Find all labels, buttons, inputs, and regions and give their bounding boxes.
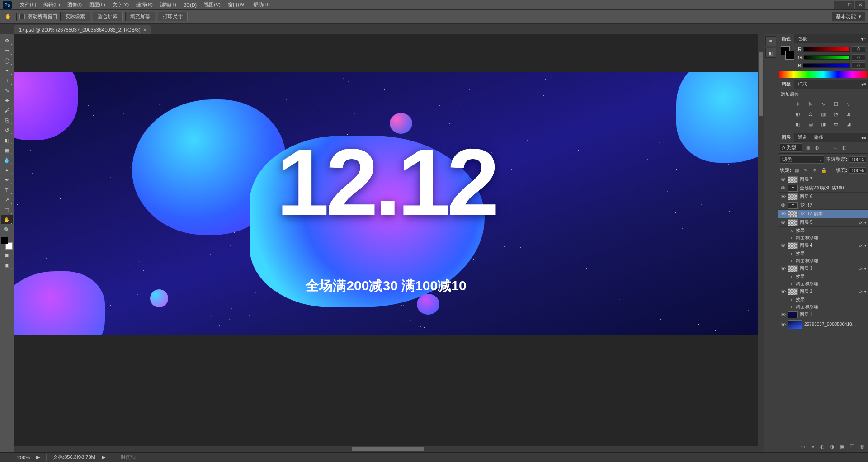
- maximize-button[interactable]: ☐: [844, 1, 854, 9]
- opacity-input[interactable]: 100%: [849, 156, 866, 163]
- actual-pixels-button[interactable]: 实际像素: [60, 12, 90, 21]
- visibility-icon[interactable]: 👁: [780, 185, 786, 191]
- paths-tab[interactable]: 路径: [811, 133, 827, 142]
- menu-view[interactable]: 视图(V): [200, 0, 224, 9]
- canvas-area[interactable]: 12.12 全场满200减30 满100减10: [14, 34, 764, 452]
- lock-pixels-icon[interactable]: ▦: [793, 167, 800, 174]
- vibrance-icon[interactable]: ▽: [844, 100, 853, 108]
- fx-bevel-row[interactable]: ○ 斜面和浮雕: [778, 257, 868, 264]
- adjustment-layer-icon[interactable]: ◑: [828, 443, 836, 450]
- zoom-value[interactable]: 200%: [17, 455, 30, 460]
- foreground-swatch[interactable]: [1, 237, 8, 244]
- eyedropper-tool[interactable]: ✎: [1, 86, 13, 95]
- wand-tool[interactable]: ✦: [1, 66, 13, 75]
- panel-menu-icon[interactable]: ▾≡: [859, 37, 868, 42]
- shape-tool[interactable]: ▢: [1, 205, 13, 214]
- horizontal-scrollbar[interactable]: [14, 446, 764, 452]
- filter-type-icon[interactable]: T: [822, 145, 830, 151]
- pen-tool[interactable]: ✒: [1, 175, 13, 184]
- marquee-tool[interactable]: ▭: [1, 46, 13, 55]
- invert-icon[interactable]: ◧: [794, 120, 802, 127]
- visibility-icon[interactable]: 👁: [780, 312, 786, 317]
- bw-icon[interactable]: ▥: [819, 110, 827, 118]
- fx-bevel-row[interactable]: ○ 斜面和浮雕: [778, 234, 868, 241]
- menu-type[interactable]: 文字(Y): [109, 0, 133, 9]
- poster-icon[interactable]: ▤: [807, 120, 815, 127]
- fx-expand-icon[interactable]: ▾: [864, 290, 866, 294]
- panel-menu-icon[interactable]: ▾≡: [859, 82, 868, 87]
- selective-icon[interactable]: ◪: [844, 120, 853, 127]
- menu-3d[interactable]: 3D(D): [180, 1, 200, 9]
- blur-tool[interactable]: 💧: [1, 156, 13, 165]
- heal-tool[interactable]: ✚: [1, 96, 13, 105]
- color-tab[interactable]: 颜色: [778, 34, 794, 43]
- b-slider[interactable]: [803, 63, 850, 68]
- fx-icon[interactable]: fx: [808, 443, 816, 450]
- fx-bevel-row[interactable]: ○ 斜面和浮雕: [778, 280, 868, 288]
- hue-icon[interactable]: ◐: [794, 110, 802, 118]
- fx-effects-row[interactable]: ○ 效果: [778, 273, 868, 280]
- r-input[interactable]: [852, 46, 865, 52]
- photo-filter-icon[interactable]: ◔: [832, 110, 840, 118]
- doc-arrow-icon[interactable]: ▶: [102, 454, 105, 460]
- r-slider[interactable]: [803, 47, 850, 52]
- type-tool[interactable]: T: [1, 185, 13, 194]
- brush-tool[interactable]: 🖌: [1, 106, 13, 115]
- visibility-icon[interactable]: 👁: [780, 266, 786, 271]
- visibility-icon[interactable]: 👁: [780, 322, 786, 327]
- zoom-tool[interactable]: 🔍: [1, 225, 13, 234]
- quickmask-tool[interactable]: ◙: [1, 250, 13, 259]
- dodge-tool[interactable]: ●: [1, 165, 13, 174]
- minimize-button[interactable]: —: [834, 1, 844, 9]
- g-slider[interactable]: [804, 55, 850, 60]
- menu-window[interactable]: 窗口(W): [224, 0, 250, 9]
- menu-layer[interactable]: 图层(L): [85, 0, 108, 9]
- visibility-icon[interactable]: 👁: [780, 220, 786, 225]
- document-tab-close-icon[interactable]: ×: [143, 27, 146, 33]
- gradmap-icon[interactable]: ▭: [832, 120, 840, 127]
- menu-file[interactable]: 文件(F): [16, 0, 40, 9]
- workspace-dropdown[interactable]: 基本功能▾: [832, 12, 865, 21]
- layer-row[interactable]: 👁图层 5fx▾: [778, 218, 868, 227]
- spectrum-bar[interactable]: [779, 71, 867, 78]
- layer-row[interactable]: 👁12 .12 副本: [778, 210, 868, 218]
- properties-panel-icon[interactable]: ◧: [765, 48, 776, 58]
- layer-row[interactable]: 👁T全场满200减30 满100...: [778, 184, 868, 193]
- g-input[interactable]: [852, 54, 865, 61]
- gradient-tool[interactable]: ▦: [1, 146, 13, 155]
- visibility-icon[interactable]: 👁: [780, 289, 786, 294]
- hand-tool[interactable]: ✋: [1, 215, 13, 224]
- blend-mode-dropdown[interactable]: 滤色÷: [780, 155, 824, 164]
- layer-row[interactable]: 👁图层 4fx▾: [778, 241, 868, 250]
- fx-effects-row[interactable]: ○ 效果: [778, 296, 868, 303]
- brightness-icon[interactable]: ☀: [794, 100, 802, 108]
- visibility-icon[interactable]: 👁: [780, 177, 786, 182]
- levels-icon[interactable]: ⇅: [807, 100, 815, 108]
- close-button[interactable]: ✕: [855, 1, 865, 9]
- layer-row[interactable]: 👁图层 6: [778, 193, 868, 201]
- color-picker[interactable]: [1, 237, 13, 250]
- screenmode-tool[interactable]: ▣: [1, 260, 13, 269]
- scroll-all-checkbox[interactable]: [19, 14, 25, 19]
- layer-row[interactable]: 👁图层 7: [778, 175, 868, 184]
- fx-expand-icon[interactable]: ▾: [864, 244, 866, 248]
- delete-layer-icon[interactable]: 🗑: [858, 443, 866, 450]
- filter-pixel-icon[interactable]: ▦: [804, 145, 811, 151]
- menu-image[interactable]: 图像(I): [64, 0, 85, 9]
- visibility-icon[interactable]: 👁: [780, 194, 786, 199]
- threshold-icon[interactable]: ◨: [819, 120, 827, 127]
- document-tab[interactable]: 17.psd @ 200% (26785037_000353641036_2, …: [14, 25, 151, 34]
- fit-screen-button[interactable]: 适合屏幕: [93, 12, 123, 21]
- curves-icon[interactable]: ∿: [819, 100, 827, 108]
- exposure-icon[interactable]: ☐: [832, 100, 840, 108]
- color-swatch[interactable]: [781, 46, 794, 60]
- filter-smart-icon[interactable]: ◧: [840, 145, 848, 151]
- group-icon[interactable]: ▣: [838, 443, 846, 450]
- move-tool[interactable]: ✥: [1, 36, 13, 45]
- styles-tab[interactable]: 样式: [794, 80, 811, 89]
- canvas[interactable]: 12.12 全场满200减30 满100减10: [14, 72, 758, 335]
- mixer-icon[interactable]: ⊞: [844, 110, 853, 118]
- menu-edit[interactable]: 编辑(E): [40, 0, 64, 9]
- history-panel-icon[interactable]: ≡: [765, 36, 776, 46]
- channels-tab[interactable]: 通道: [794, 133, 811, 142]
